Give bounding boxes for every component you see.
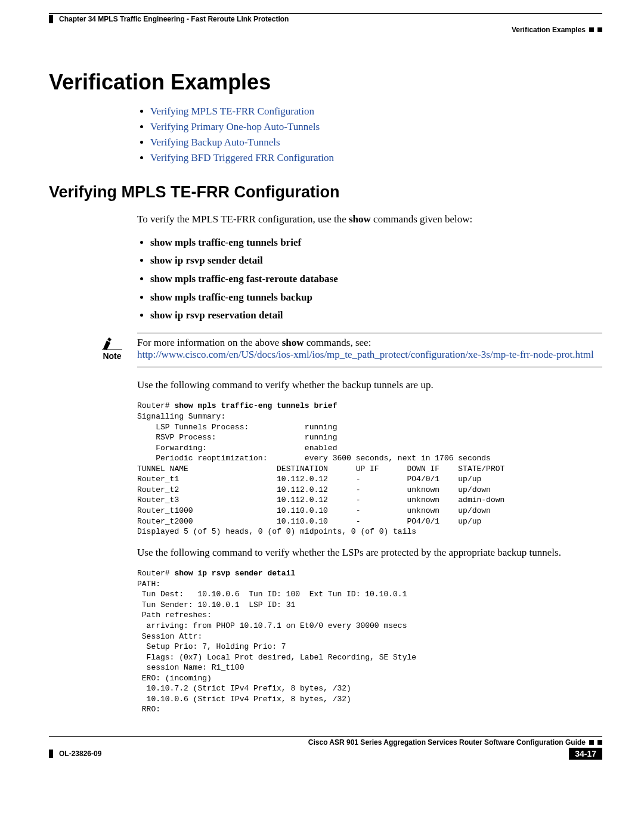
footer-square-icon [589, 740, 594, 745]
header-rule [49, 13, 602, 14]
cli-output: Router# show ip rsvp sender detail PATH:… [137, 568, 602, 715]
toc-item: Verifying Primary One-hop Auto-Tunnels [150, 121, 602, 133]
cli-output: Router# show mpls traffic-eng tunnels br… [137, 401, 602, 537]
header-section: Verification Examples [49, 26, 602, 34]
command-list: show mpls traffic-eng tunnels brief show… [137, 236, 602, 323]
toc-link[interactable]: Verifying MPLS TE-FRR Configuration [150, 106, 314, 117]
header-square-icon [597, 27, 602, 32]
body-block: To verify the MPLS TE-FRR configuration,… [137, 212, 602, 323]
toc-link[interactable]: Verifying Backup Auto-Tunnels [150, 137, 280, 148]
note-body: For more information on the above show c… [137, 337, 594, 361]
footer-rule [49, 736, 602, 737]
command-item: show mpls traffic-eng tunnels brief [150, 236, 602, 250]
footer: Cisco ASR 901 Series Aggregation Service… [49, 736, 602, 760]
toc-item: Verifying Backup Auto-Tunnels [150, 137, 602, 148]
page: Chapter 34 MPLS Traffic Engineering - Fa… [0, 0, 644, 784]
intro-paragraph: To verify the MPLS TE-FRR configuration,… [137, 212, 602, 227]
toc-link[interactable]: Verifying BFD Triggered FRR Configuratio… [150, 152, 334, 163]
footer-guide: Cisco ASR 901 Series Aggregation Service… [308, 738, 586, 747]
header-chapter-text: Chapter 34 MPLS Traffic Engineering - Fa… [59, 15, 289, 23]
footer-bar-icon [49, 750, 53, 758]
command-item: show mpls traffic-eng tunnels backup [150, 290, 602, 305]
command-item: show mpls traffic-eng fast-reroute datab… [150, 272, 602, 287]
toc-list: Verifying MPLS TE-FRR Configuration Veri… [49, 106, 602, 164]
header-bar-icon [49, 15, 53, 23]
toc-item: Verifying MPLS TE-FRR Configuration [150, 106, 602, 117]
footer-docid: OL-23826-09 [49, 750, 101, 758]
footer-guide-row: Cisco ASR 901 Series Aggregation Service… [49, 738, 602, 747]
subsection-heading: Verifying MPLS TE-FRR Configuration [49, 183, 602, 202]
note-end-rule [137, 367, 602, 367]
page-title: Verification Examples [49, 70, 602, 95]
note-link[interactable]: http://www.cisco.com/en/US/docs/ios-xml/… [137, 349, 594, 360]
pencil-icon [102, 337, 122, 350]
note-icon-col: Note [101, 337, 123, 361]
paragraph: Use the following command to verify whet… [137, 546, 602, 561]
body-block: Use the following command to verify whet… [137, 378, 602, 715]
page-number: 34-17 [569, 748, 602, 760]
command-item: show ip rsvp reservation detail [150, 308, 602, 323]
toc-link[interactable]: Verifying Primary One-hop Auto-Tunnels [150, 121, 320, 132]
footer-square-icon [597, 740, 602, 745]
paragraph: Use the following command to verify whet… [137, 378, 602, 393]
toc-item: Verifying BFD Triggered FRR Configuratio… [150, 152, 602, 164]
footer-bottom-row: OL-23826-09 34-17 [49, 748, 602, 760]
header-chapter: Chapter 34 MPLS Traffic Engineering - Fa… [49, 15, 602, 23]
note-block: Note For more information on the above s… [137, 333, 602, 367]
command-item: show ip rsvp sender detail [150, 253, 602, 268]
header-square-icon [589, 27, 594, 32]
header-section-text: Verification Examples [512, 26, 586, 34]
note-label: Note [101, 351, 123, 361]
